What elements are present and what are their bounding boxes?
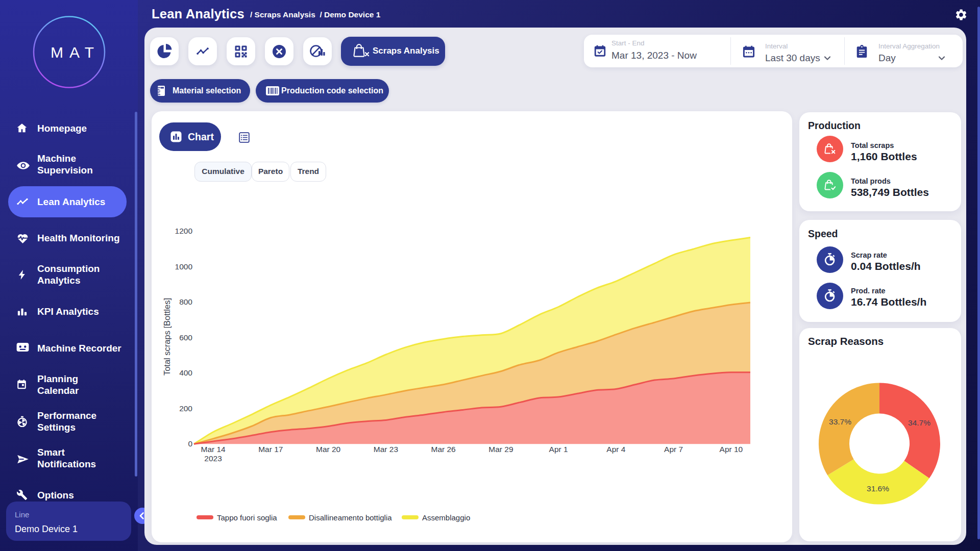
svg-text:600: 600 — [179, 333, 192, 342]
svg-text:Mar 20: Mar 20 — [316, 445, 341, 454]
svg-text:Apr 1: Apr 1 — [549, 445, 568, 454]
svg-text:800: 800 — [179, 297, 192, 306]
svg-text:Apr 4: Apr 4 — [606, 445, 625, 454]
svg-text:0: 0 — [188, 439, 192, 448]
svg-text:Tappo fuori soglia: Tappo fuori soglia — [217, 513, 277, 522]
svg-text:200: 200 — [179, 404, 192, 413]
svg-text:Apr 7: Apr 7 — [664, 445, 683, 454]
svg-text:34.7%: 34.7% — [908, 418, 930, 427]
svg-text:Disallineamento bottiglia: Disallineamento bottiglia — [309, 513, 392, 522]
svg-text:2023: 2023 — [204, 454, 222, 463]
svg-text:Mar 29: Mar 29 — [488, 445, 513, 454]
svg-text:Mar 14: Mar 14 — [201, 445, 226, 454]
svg-text:Assemblaggio: Assemblaggio — [422, 513, 470, 522]
svg-text:31.6%: 31.6% — [867, 484, 889, 493]
svg-text:1000: 1000 — [175, 262, 193, 271]
svg-text:1200: 1200 — [175, 227, 193, 235]
svg-text:400: 400 — [179, 368, 192, 377]
svg-text:Mar 17: Mar 17 — [258, 445, 283, 454]
svg-text:Apr 10: Apr 10 — [720, 445, 743, 454]
svg-text:33.7%: 33.7% — [829, 417, 851, 426]
svg-text:Mar 23: Mar 23 — [374, 445, 398, 454]
svg-text:Mar 26: Mar 26 — [431, 445, 455, 454]
svg-text:Total scraps [Bottles]: Total scraps [Bottles] — [162, 298, 172, 375]
